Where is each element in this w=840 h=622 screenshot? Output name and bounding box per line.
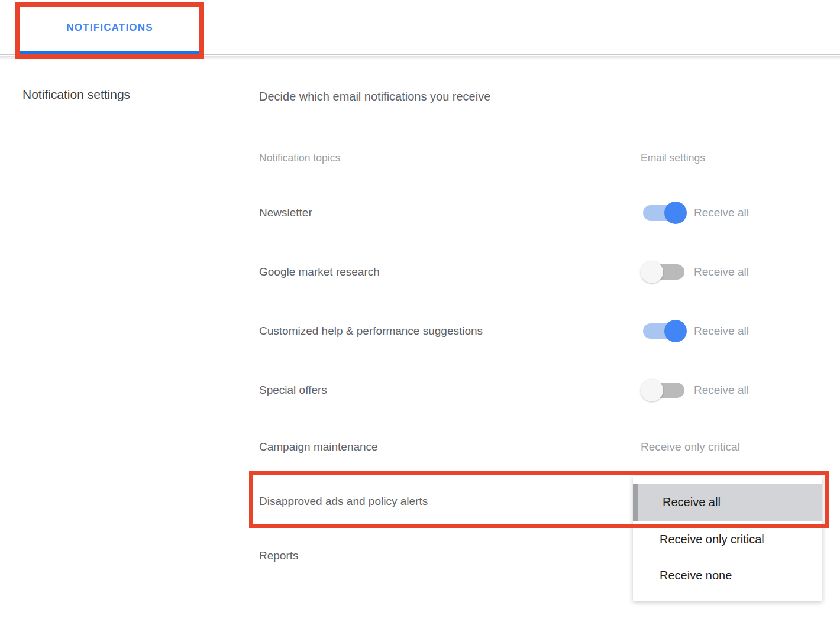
dropdown-option-receive-none[interactable]: Receive none	[633, 558, 822, 592]
row-label: Google market research	[259, 265, 380, 278]
table-row-campaign-maintenance: Campaign maintenance Receive only critic…	[259, 432, 840, 462]
toggle-knob	[641, 261, 663, 283]
tab-notifications-label: NOTIFICATIONS	[66, 22, 153, 34]
table-row-newsletter: Newsletter Receive all	[259, 197, 840, 228]
toggle-knob	[664, 202, 687, 224]
email-setting-dropdown-menu: Receive all Receive only critical Receiv…	[633, 476, 822, 601]
row-value: Receive all	[694, 325, 749, 338]
column-header-email: Email settings	[641, 152, 705, 164]
newsletter-toggle[interactable]	[643, 205, 684, 221]
row-label: Special offers	[259, 384, 327, 397]
row-value: Receive all	[694, 265, 749, 278]
table-header-divider	[251, 182, 840, 182]
dropdown-option-receive-all[interactable]: Receive all	[633, 484, 822, 521]
tab-bar-shadow	[0, 56, 840, 60]
special-offers-toggle[interactable]	[643, 383, 684, 398]
dropdown-option-receive-only-critical[interactable]: Receive only critical	[633, 522, 822, 556]
tab-notifications[interactable]: NOTIFICATIONS	[20, 0, 199, 55]
table-row-google-market-research: Google market research Receive all	[259, 257, 840, 287]
google-market-research-toggle[interactable]	[643, 264, 684, 280]
column-header-topics: Notification topics	[259, 152, 340, 164]
customized-help-toggle[interactable]	[643, 323, 684, 339]
page-title: Decide which email notifications you rec…	[259, 90, 490, 103]
toggle-knob	[664, 320, 687, 342]
active-tab-indicator	[20, 51, 199, 55]
toggle-knob	[641, 379, 663, 401]
row-value: Receive all	[694, 206, 749, 219]
row-value: Receive all	[694, 384, 749, 397]
tab-bar: NOTIFICATIONS	[0, 0, 840, 55]
row-label: Campaign maintenance	[259, 440, 378, 453]
row-label: Newsletter	[259, 206, 312, 219]
notification-settings-page: NOTIFICATIONS Notification settings Deci…	[0, 0, 840, 622]
table-row-special-offers: Special offers Receive all	[259, 375, 840, 406]
row-label: Reports	[259, 549, 299, 562]
table-row-customized-help: Customized help & performance suggestion…	[259, 316, 840, 346]
row-label: Customized help & performance suggestion…	[259, 325, 483, 338]
section-label: Notification settings	[22, 88, 130, 102]
row-label: Disapproved ads and policy alerts	[259, 495, 428, 508]
row-value[interactable]: Receive only critical	[641, 440, 740, 453]
